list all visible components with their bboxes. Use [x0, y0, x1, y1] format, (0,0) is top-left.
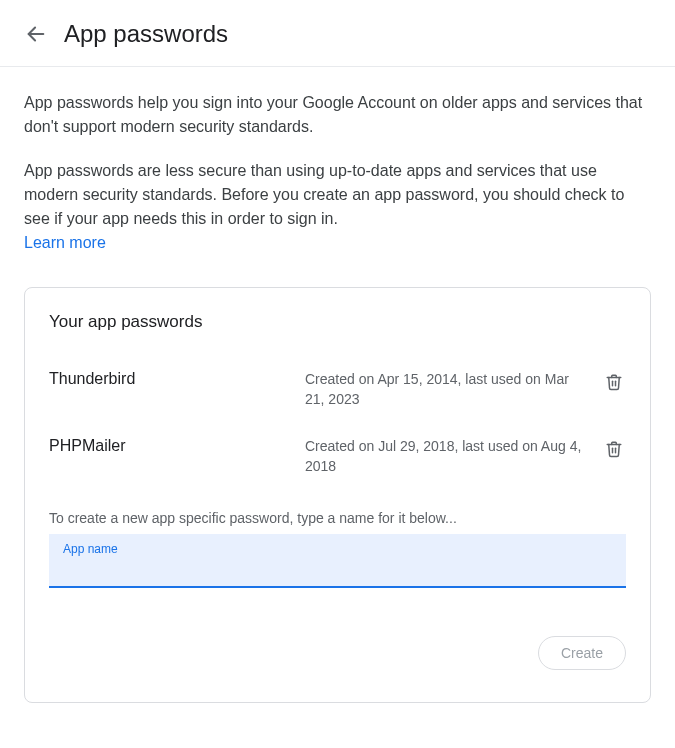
- back-arrow-icon[interactable]: [24, 22, 48, 46]
- app-name-label: App name: [63, 542, 612, 556]
- app-passwords-card: Your app passwords Thunderbird Created o…: [24, 287, 651, 703]
- app-password-meta: Created on Apr 15, 2014, last used on Ma…: [305, 370, 586, 409]
- content-area: App passwords help you sign into your Go…: [0, 67, 675, 727]
- card-actions: Create: [49, 636, 626, 678]
- app-name-input[interactable]: [63, 558, 612, 576]
- app-password-row: PHPMailer Created on Jul 29, 2018, last …: [49, 423, 626, 490]
- create-button[interactable]: Create: [538, 636, 626, 670]
- card-title: Your app passwords: [49, 312, 626, 332]
- intro-paragraph-2: App passwords are less secure than using…: [24, 159, 651, 255]
- learn-more-link[interactable]: Learn more: [24, 231, 106, 255]
- app-password-meta: Created on Jul 29, 2018, last used on Au…: [305, 437, 586, 476]
- intro-paragraph-2-text: App passwords are less secure than using…: [24, 162, 624, 227]
- app-password-name: PHPMailer: [49, 437, 289, 455]
- page-title: App passwords: [64, 20, 228, 48]
- page-header: App passwords: [0, 0, 675, 67]
- create-hint-text: To create a new app specific password, t…: [49, 510, 626, 526]
- trash-icon[interactable]: [602, 437, 626, 461]
- app-password-row: Thunderbird Created on Apr 15, 2014, las…: [49, 356, 626, 423]
- trash-icon[interactable]: [602, 370, 626, 394]
- app-name-field-wrap[interactable]: App name: [49, 534, 626, 588]
- intro-paragraph-1: App passwords help you sign into your Go…: [24, 91, 651, 139]
- app-password-name: Thunderbird: [49, 370, 289, 388]
